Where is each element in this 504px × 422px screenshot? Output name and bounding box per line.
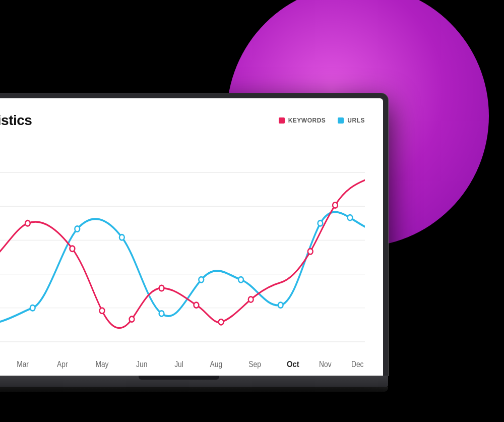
keywords-point-may <box>100 308 105 314</box>
keywords-point-jun <box>130 317 135 322</box>
legend-urls: URLS <box>338 117 365 124</box>
laptop-device: tistics KEYWORDS URLS <box>0 93 388 392</box>
svg-text:Jul: Jul <box>174 360 183 369</box>
urls-point-nov <box>348 215 353 220</box>
urls-point-may <box>119 234 124 240</box>
keywords-point-jul <box>159 285 164 291</box>
urls-point-sep <box>278 303 283 308</box>
urls-point-jun <box>159 311 164 316</box>
keywords-legend-dot <box>279 117 285 124</box>
urls-point-mar <box>30 305 35 311</box>
laptop-base <box>0 376 388 387</box>
urls-legend-label: URLS <box>347 117 365 124</box>
urls-legend-dot <box>338 117 344 124</box>
keywords-legend-label: KEYWORDS <box>288 117 326 124</box>
laptop-screen-shell: tistics KEYWORDS URLS <box>0 93 388 376</box>
svg-text:Jun: Jun <box>136 360 147 369</box>
keywords-point-mar <box>25 220 30 226</box>
keywords-point-aug <box>194 303 199 308</box>
keywords-point-nov <box>308 249 313 254</box>
keywords-point-sep <box>219 319 224 325</box>
urls-point-apr <box>75 226 80 231</box>
svg-text:Oct: Oct <box>287 359 299 369</box>
svg-text:Sep: Sep <box>248 360 261 369</box>
urls-point-jul <box>199 277 204 282</box>
svg-text:May: May <box>95 360 109 369</box>
legend-keywords: KEYWORDS <box>279 117 326 124</box>
chart-header: tistics KEYWORDS URLS <box>0 112 365 129</box>
keywords-point-apr <box>70 246 75 252</box>
chart-area: Mar Apr May Jun Jul Aug Sep Oct Nov Dec <box>0 139 365 376</box>
urls-point-aug <box>238 277 243 282</box>
chart-svg: Mar Apr May Jun Jul Aug Sep Oct Nov Dec <box>0 139 365 376</box>
chart-legend: KEYWORDS URLS <box>279 117 365 124</box>
screen-inner: tistics KEYWORDS URLS <box>0 98 383 376</box>
svg-text:Dec: Dec <box>351 360 363 369</box>
svg-text:Apr: Apr <box>57 360 68 369</box>
svg-text:Nov: Nov <box>319 360 332 369</box>
chart-title: tistics <box>0 112 32 129</box>
keywords-point-dec <box>333 202 338 208</box>
laptop-bottom <box>0 387 388 392</box>
svg-text:Mar: Mar <box>17 360 29 369</box>
svg-text:Aug: Aug <box>210 360 223 369</box>
urls-point-oct <box>318 220 323 226</box>
keywords-point-oct <box>248 296 254 302</box>
screen-content: tistics KEYWORDS URLS <box>0 98 383 376</box>
